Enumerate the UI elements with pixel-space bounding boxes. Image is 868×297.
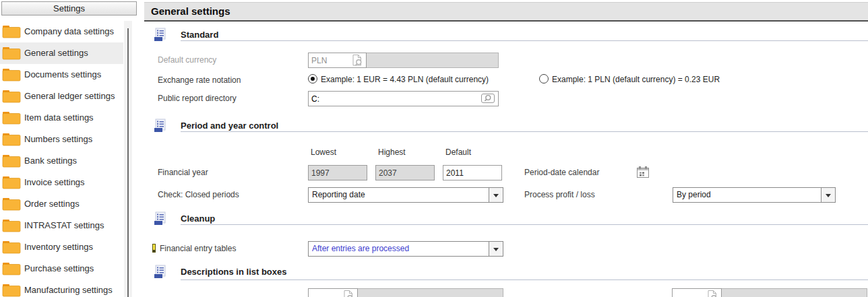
column-header-default: Default bbox=[445, 147, 471, 157]
public-report-input[interactable] bbox=[308, 91, 499, 106]
lookup-icon[interactable] bbox=[342, 290, 355, 297]
sidebar-item-label: Documents settings bbox=[24, 64, 101, 86]
sidebar-header-label: Settings bbox=[53, 3, 85, 13]
exchange-option2-label: Example: 1 PLN (default currency) = 0.23… bbox=[552, 75, 720, 84]
folder-icon bbox=[2, 283, 21, 297]
calendar-icon[interactable] bbox=[636, 166, 650, 181]
financial-year-highest-input bbox=[375, 165, 435, 180]
sidebar-item-label: INTRASTAT settings bbox=[24, 215, 104, 236]
folder-icon bbox=[2, 132, 21, 149]
sidebar-item-label: Manufacturing settings bbox=[24, 279, 113, 297]
dropdown-arrow-icon[interactable] bbox=[489, 242, 503, 256]
sidebar-item-label: Bank settings bbox=[24, 150, 77, 172]
section-list-icon bbox=[154, 265, 168, 282]
section-rule bbox=[181, 131, 868, 132]
sidebar-item[interactable]: Order settings bbox=[0, 193, 123, 215]
sidebar-item[interactable]: Manufacturing settings bbox=[0, 279, 123, 297]
sidebar-item[interactable]: Purchase settings bbox=[0, 258, 123, 279]
section-list-icon bbox=[154, 119, 168, 135]
public-report-field bbox=[308, 91, 499, 106]
column-header-highest: Highest bbox=[378, 147, 406, 157]
description-lookup-field bbox=[308, 288, 503, 297]
section-title-cleanup: Cleanup bbox=[181, 213, 215, 224]
public-report-label: Public report directory bbox=[158, 91, 237, 106]
sidebar-item-label: General settings bbox=[24, 42, 88, 64]
exchange-option1[interactable]: Example: 1 EUR = 4.43 PLN (default curre… bbox=[308, 73, 489, 84]
default-currency-field bbox=[308, 53, 499, 68]
period-date-calendar-label: Period-date calendar bbox=[524, 165, 599, 180]
dropdown-arrow-icon[interactable] bbox=[821, 188, 835, 202]
section-title-period: Period and year control bbox=[181, 121, 278, 131]
section-list-icon bbox=[154, 211, 168, 228]
financial-entry-tables-label: Financial entry tables bbox=[160, 241, 236, 257]
sidebar-item[interactable]: General settings bbox=[0, 42, 123, 64]
sidebar-item[interactable]: Numbers settings bbox=[0, 129, 123, 150]
description-lookup-field bbox=[672, 288, 867, 297]
sidebar-item-label: Purchase settings bbox=[24, 258, 94, 279]
browse-icon[interactable] bbox=[480, 92, 495, 107]
sidebar-item-label: Company data settings bbox=[24, 21, 114, 42]
folder-icon bbox=[2, 46, 21, 63]
default-currency-label: Default currency bbox=[158, 53, 216, 68]
dropdown-arrow-icon[interactable] bbox=[489, 188, 503, 202]
section-rule bbox=[181, 40, 868, 41]
folder-icon bbox=[2, 24, 21, 41]
exchange-rate-label: Exchange rate notation bbox=[158, 73, 241, 88]
sidebar-item[interactable]: INTRASTAT settings bbox=[0, 215, 123, 236]
financial-year-lowest-input bbox=[308, 165, 367, 180]
page-title-band: General settings bbox=[144, 2, 868, 22]
sidebar-item[interactable]: Invoice settings bbox=[0, 172, 123, 193]
sidebar-item[interactable]: Item data settings bbox=[0, 107, 123, 129]
sidebar-item-label: Invoice settings bbox=[24, 172, 85, 193]
settings-sidebar: Settings Company data settings General s… bbox=[0, 0, 142, 297]
sidebar-scrollbar[interactable] bbox=[124, 21, 132, 297]
lookup-icon bbox=[350, 54, 364, 69]
folder-icon bbox=[2, 218, 21, 235]
process-profit-loss-dropdown[interactable]: By period bbox=[673, 187, 836, 203]
changed-field-icon bbox=[152, 244, 156, 253]
page-title: General settings bbox=[151, 3, 230, 20]
section-rule bbox=[181, 224, 868, 225]
exchange-option2[interactable]: Example: 1 PLN (default currency) = 0.23… bbox=[539, 73, 720, 84]
process-profit-loss-value: By period bbox=[677, 188, 819, 202]
column-header-lowest: Lowest bbox=[311, 147, 336, 157]
sidebar-item-label: General ledger settings bbox=[24, 86, 115, 107]
folder-icon bbox=[2, 67, 21, 84]
financial-year-label: Financial year bbox=[158, 165, 208, 180]
section-title-descriptions: Descriptions in list boxes bbox=[181, 267, 287, 277]
exchange-option2-radio[interactable] bbox=[539, 74, 549, 84]
section-list-icon bbox=[154, 28, 168, 44]
sidebar-item-label: Inventory settings bbox=[24, 236, 93, 258]
folder-icon bbox=[2, 175, 21, 192]
sidebar-item-label: Item data settings bbox=[24, 107, 94, 129]
folder-icon bbox=[2, 240, 21, 257]
sidebar-header-settings[interactable]: Settings bbox=[1, 1, 137, 15]
folder-icon bbox=[2, 154, 21, 170]
financial-year-default-input[interactable] bbox=[443, 165, 502, 180]
check-closed-periods-value: Reporting date bbox=[312, 188, 487, 202]
sidebar-item-label: Order settings bbox=[24, 193, 80, 215]
sidebar-item[interactable]: General ledger settings bbox=[0, 86, 123, 107]
sidebar-item-label: Numbers settings bbox=[24, 129, 92, 150]
default-currency-description bbox=[367, 53, 499, 68]
process-profit-loss-label: Process profit / loss bbox=[524, 187, 595, 203]
exchange-option1-radio[interactable] bbox=[308, 74, 317, 84]
sidebar-item[interactable]: Inventory settings bbox=[0, 236, 123, 258]
section-rule bbox=[181, 279, 868, 280]
sidebar-item[interactable]: Documents settings bbox=[0, 64, 123, 86]
exchange-option1-label: Example: 1 EUR = 4.43 PLN (default curre… bbox=[321, 75, 489, 84]
section-title-standard: Standard bbox=[181, 30, 218, 40]
folder-icon bbox=[2, 261, 21, 278]
sidebar-item[interactable]: Company data settings bbox=[0, 21, 123, 42]
description-value-box bbox=[358, 288, 503, 297]
financial-entry-tables-value: After entries are processed bbox=[312, 242, 487, 256]
sidebar-item[interactable]: Bank settings bbox=[0, 150, 123, 172]
folder-icon bbox=[2, 89, 21, 106]
folder-icon bbox=[2, 197, 21, 213]
check-closed-periods-label: Check: Closed periods bbox=[158, 187, 239, 203]
sidebar-scrollbar-thumb[interactable] bbox=[127, 28, 129, 297]
general-settings-panel: General settings Standard Default curren… bbox=[143, 0, 868, 297]
lookup-icon[interactable] bbox=[706, 290, 719, 297]
check-closed-periods-dropdown[interactable]: Reporting date bbox=[308, 187, 503, 203]
financial-entry-tables-dropdown[interactable]: After entries are processed bbox=[308, 241, 503, 257]
